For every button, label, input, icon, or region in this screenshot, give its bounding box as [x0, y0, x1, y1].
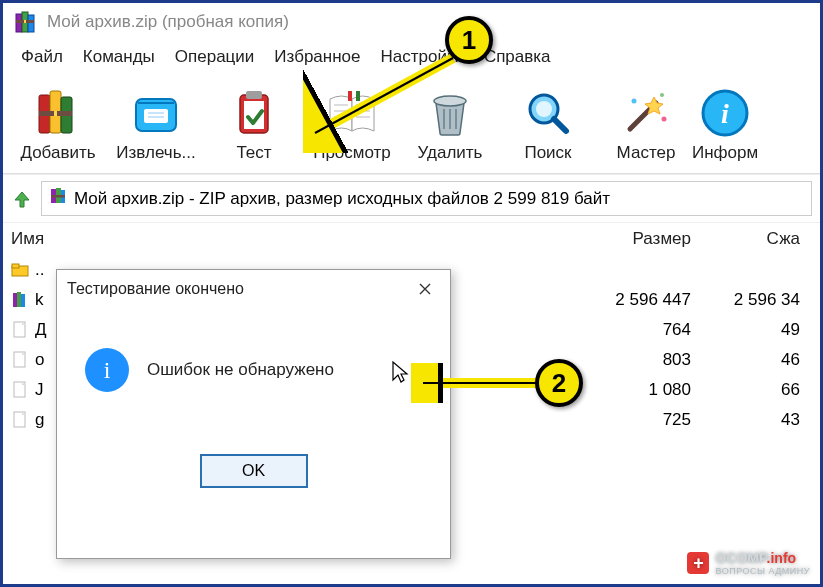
svg-text:i: i [721, 98, 729, 129]
svg-rect-33 [21, 294, 25, 307]
folder-up-icon [11, 261, 29, 279]
toolbar: Добавить Извлечь... [3, 77, 820, 174]
open-book-icon [324, 85, 380, 141]
annotation-marker-1: 1 [445, 16, 493, 64]
toolbar-label: Тест [236, 143, 271, 163]
path-bar: Мой архив.zip - ZIP архив, размер исходн… [3, 174, 820, 223]
toolbar-delete-button[interactable]: Удалить [401, 81, 499, 167]
mouse-cursor-icon [391, 360, 411, 387]
info-circle-icon: i [85, 348, 129, 392]
address-field[interactable]: Мой архив.zip - ZIP архив, размер исходн… [41, 181, 812, 216]
window-title: Мой архив.zip (пробная копия) [47, 12, 289, 32]
column-packed[interactable]: Сжа [691, 229, 812, 249]
svg-point-21 [662, 117, 667, 122]
toolbar-wizard-button[interactable]: Мастер [597, 81, 695, 167]
svg-rect-14 [246, 91, 262, 99]
menu-file[interactable]: Файл [11, 45, 73, 69]
file-icon [11, 321, 29, 339]
menu-commands[interactable]: Команды [73, 45, 165, 69]
dialog-message: Ошибок не обнаружено [147, 360, 334, 380]
toolbar-label: Извлечь... [116, 143, 195, 163]
svg-rect-2 [28, 15, 34, 32]
clipboard-check-icon [226, 85, 282, 141]
svg-point-17 [434, 96, 466, 106]
watermark: + OCOMP.info ВОПРОСЫ АДМИНУ [687, 550, 810, 576]
toolbar-add-button[interactable]: Добавить [9, 81, 107, 167]
svg-point-19 [536, 101, 552, 117]
toolbar-label: Добавить [20, 143, 95, 163]
file-icon [11, 381, 29, 399]
toolbar-label: Поиск [524, 143, 571, 163]
svg-rect-15 [348, 91, 352, 101]
toolbar-find-button[interactable]: Поиск [499, 81, 597, 167]
dialog-title: Тестирование окончено [67, 280, 244, 298]
address-text: Мой архив.zip - ZIP архив, размер исходн… [74, 189, 610, 209]
toolbar-label: Просмотр [313, 143, 391, 163]
archive-file-icon [48, 186, 68, 211]
svg-rect-11 [144, 109, 168, 123]
svg-rect-28 [51, 195, 65, 198]
svg-point-20 [632, 99, 637, 104]
menu-operations[interactable]: Операции [165, 45, 265, 69]
winrar-app-icon [13, 9, 39, 35]
svg-point-22 [660, 93, 664, 97]
window-titlebar: Мой архив.zip (пробная копия) [3, 3, 820, 41]
dialog-ok-button[interactable]: OK [200, 454, 308, 488]
toolbar-label: Информ [692, 143, 758, 163]
toolbar-label: Удалить [418, 143, 483, 163]
magic-wand-icon [618, 85, 674, 141]
svg-rect-16 [356, 91, 360, 101]
up-arrow-icon[interactable] [11, 188, 33, 210]
svg-rect-4 [24, 20, 26, 23]
toolbar-info-button[interactable]: i Информ [695, 81, 755, 167]
svg-rect-31 [13, 293, 17, 307]
svg-rect-30 [12, 264, 19, 268]
svg-rect-32 [17, 292, 21, 307]
column-size[interactable]: Размер [571, 229, 691, 249]
plus-badge-icon: + [687, 552, 709, 574]
test-complete-dialog: Тестирование окончено i Ошибок не обнару… [56, 269, 451, 559]
dialog-close-button[interactable] [410, 276, 440, 302]
trash-icon [422, 85, 478, 141]
svg-rect-9 [54, 111, 57, 116]
menu-bar: Файл Команды Операции Избранное Настройк… [3, 41, 820, 77]
file-icon [11, 411, 29, 429]
menu-favorites[interactable]: Избранное [264, 45, 370, 69]
folder-open-icon [128, 85, 184, 141]
archive-file-icon [11, 291, 29, 309]
toolbar-view-button[interactable]: Просмотр [303, 81, 401, 167]
annotation-marker-2: 2 [535, 359, 583, 407]
toolbar-extract-button[interactable]: Извлечь... [107, 81, 205, 167]
magnifier-icon [520, 85, 576, 141]
books-stack-icon [30, 85, 86, 141]
toolbar-test-button[interactable]: Тест [205, 81, 303, 167]
column-name[interactable]: Имя [11, 229, 571, 249]
toolbar-label: Мастер [617, 143, 676, 163]
info-icon: i [697, 85, 753, 141]
file-icon [11, 351, 29, 369]
column-headers: Имя Размер Сжа [3, 223, 820, 255]
